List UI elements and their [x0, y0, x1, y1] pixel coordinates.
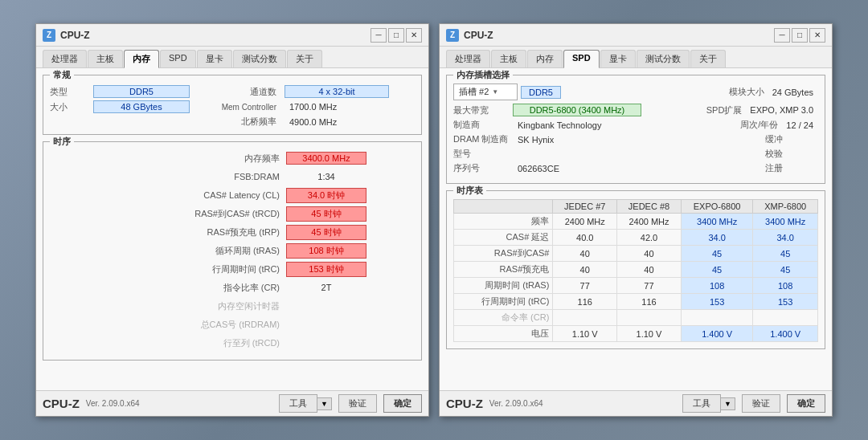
- table-row-cr: 命令率 (CR): [454, 310, 818, 326]
- tab-spd-2[interactable]: SPD: [563, 50, 600, 68]
- cr-jedec7: [553, 310, 617, 326]
- slot-dropdown-arrow: ▼: [492, 88, 498, 96]
- tab-processor-1[interactable]: 处理器: [43, 50, 87, 67]
- module-size-value: 24 GBytes: [768, 87, 818, 98]
- tab-mainboard-1[interactable]: 主板: [88, 50, 123, 67]
- row-label-tras: 周期时间 (tRAS): [454, 278, 553, 294]
- manufacturer-label: 制造商: [453, 119, 510, 131]
- trc-jedec8: 116: [617, 294, 682, 310]
- timing-value-1: 1:34: [286, 171, 366, 182]
- tras-jedec8: 77: [617, 278, 682, 294]
- tools-dropdown-2[interactable]: ▼: [721, 397, 735, 410]
- trp-xmp: 45: [753, 262, 818, 278]
- table-row-trp: RAS#预充电 40 40 45 45: [454, 262, 818, 278]
- tools-button-2[interactable]: 工具: [682, 394, 721, 413]
- tab-gpu-2[interactable]: 显卡: [600, 50, 636, 67]
- trp-jedec7: 40: [553, 262, 617, 278]
- row-label-trcd: RAS#到CAS#: [454, 246, 553, 262]
- timing-table-title: 时序表: [453, 185, 486, 197]
- timing-label-9: 总CAS号 (tRDRAM): [50, 319, 286, 331]
- table-row-freq: 频率 2400 MHz 2400 MHz 3400 MHz 3400 MHz: [454, 214, 818, 230]
- tools-button-1[interactable]: 工具: [279, 394, 317, 413]
- footer-2: CPU-Z Ver. 2.09.0.x64 工具 ▼ 验证 确定: [440, 390, 832, 416]
- row-label-trc: 行周期时间 (tRC): [454, 294, 553, 310]
- register-value: [786, 168, 818, 169]
- tab-bench-1[interactable]: 测试分数: [233, 50, 286, 67]
- footer-version-1: Ver. 2.09.0.x64: [86, 399, 140, 408]
- memory-content: 常规 类型 DDR5 通道数 4 x 32-bit 大小 48 GBytes M…: [36, 68, 428, 390]
- tab-memory-1[interactable]: 内存: [124, 50, 159, 68]
- serial-label: 序列号: [453, 162, 510, 174]
- checksum-value: [786, 153, 818, 155]
- general-group: 常规 类型 DDR5 通道数 4 x 32-bit 大小 48 GBytes M…: [43, 75, 422, 135]
- footer-version-2: Ver. 2.09.0.x64: [489, 399, 543, 408]
- dram-mfr-value: SK Hynix: [513, 134, 559, 145]
- row-label-cl: CAS# 延迟: [454, 230, 553, 246]
- slot-title: 内存插槽选择: [453, 69, 513, 81]
- cr-expo: [681, 310, 752, 326]
- buffer-value: [786, 139, 818, 141]
- timing-value-6: 153 时钟: [286, 262, 366, 277]
- tab-spd-1[interactable]: SPD: [160, 50, 196, 67]
- timing-label-5: 循环周期 (tRAS): [50, 245, 286, 257]
- cl-jedec7: 40.0: [553, 230, 617, 246]
- col-header-expo: EXPO-6800: [681, 200, 752, 214]
- close-button-2[interactable]: ✕: [809, 28, 825, 43]
- title-bar-2: Z CPU-Z ─ □ ✕: [440, 24, 832, 47]
- table-row-voltage: 电压 1.10 V 1.10 V 1.400 V 1.400 V: [454, 326, 818, 342]
- col-header-empty: [454, 200, 553, 214]
- tab-processor-2[interactable]: 处理器: [446, 50, 490, 67]
- title-bar-1: Z CPU-Z ─ □ ✕: [36, 24, 428, 47]
- tab-about-2[interactable]: 关于: [690, 50, 726, 67]
- timing-row-0: 内存频率 3400.0 MHz: [50, 150, 415, 166]
- slot-selector[interactable]: 插槽 #2 ▼: [453, 84, 518, 100]
- verify-button-2[interactable]: 验证: [742, 394, 780, 413]
- model-value: [513, 153, 609, 155]
- size-label: 大小: [50, 101, 90, 113]
- tools-btn-container-2: 工具 ▼: [682, 394, 735, 413]
- north-bridge-value: 4900.0 MHz: [285, 116, 389, 128]
- north-bridge-label: 北桥频率: [193, 116, 281, 128]
- footer-brand-1: CPU-Z: [43, 397, 80, 410]
- timing-row-5: 循环周期 (tRAS) 108 时钟: [50, 242, 415, 259]
- tras-expo: 108: [681, 278, 752, 294]
- timing-value-7: 2T: [286, 282, 366, 293]
- tab-bar-1: 处理器 主板 内存 SPD 显卡 测试分数 关于: [36, 47, 428, 68]
- timing-label-6: 行周期时间 (tRC): [50, 263, 286, 275]
- timing-row-3: RAS#到CAS# (tRCD) 45 时钟: [50, 206, 415, 222]
- timing-label-3: RAS#到CAS# (tRCD): [50, 208, 286, 220]
- window-controls-2: ─ □ ✕: [774, 28, 825, 43]
- buffer-label: 缓冲: [765, 133, 783, 145]
- tab-memory-2[interactable]: 内存: [527, 50, 563, 67]
- tab-about-1[interactable]: 关于: [287, 50, 322, 67]
- trp-expo: 45: [681, 262, 752, 278]
- row-label-voltage: 电压: [454, 326, 553, 342]
- channel-value: 4 x 32-bit: [285, 85, 389, 98]
- model-label: 型号: [453, 148, 510, 160]
- ok-button-1[interactable]: 确定: [383, 394, 422, 413]
- timing-group: 时序 内存频率 3400.0 MHz FSB:DRAM 1:34: [43, 141, 422, 361]
- freq-jedec7: 2400 MHz: [553, 214, 617, 230]
- window-spd: Z CPU-Z ─ □ ✕ 处理器 主板 内存 SPD 显卡 测试分数 关于 内…: [439, 23, 833, 417]
- trcd-expo: 45: [681, 246, 752, 262]
- timing-label-2: CAS# Latency (CL): [50, 190, 286, 200]
- row-label-freq: 频率: [454, 214, 553, 230]
- slot-value: 插槽 #2: [459, 86, 489, 98]
- minimize-button-1[interactable]: ─: [371, 28, 387, 43]
- footer-brand-2: CPU-Z: [446, 397, 483, 410]
- timing-value-4: 45 时钟: [286, 225, 366, 240]
- minimize-button-2[interactable]: ─: [774, 28, 790, 43]
- maximize-button-1[interactable]: □: [388, 28, 404, 43]
- maximize-button-2[interactable]: □: [792, 28, 808, 43]
- tools-dropdown-1[interactable]: ▼: [317, 397, 332, 410]
- tab-bench-2[interactable]: 测试分数: [637, 50, 690, 67]
- timing-table-group: 时序表 JEDEC #7 JEDEC #8 EXPO-6800 XMP-6800: [446, 190, 825, 349]
- close-button-1[interactable]: ✕: [406, 28, 422, 43]
- dram-mfr-label: DRAM 制造商: [453, 133, 510, 145]
- table-row-tras: 周期时间 (tRAS) 77 77 108 108: [454, 278, 818, 294]
- tab-mainboard-2[interactable]: 主板: [491, 50, 526, 67]
- week-year-label: 周次/年份: [740, 119, 778, 131]
- verify-button-1[interactable]: 验证: [338, 394, 377, 413]
- tab-gpu-1[interactable]: 显卡: [197, 50, 232, 67]
- ok-button-2[interactable]: 确定: [787, 394, 825, 413]
